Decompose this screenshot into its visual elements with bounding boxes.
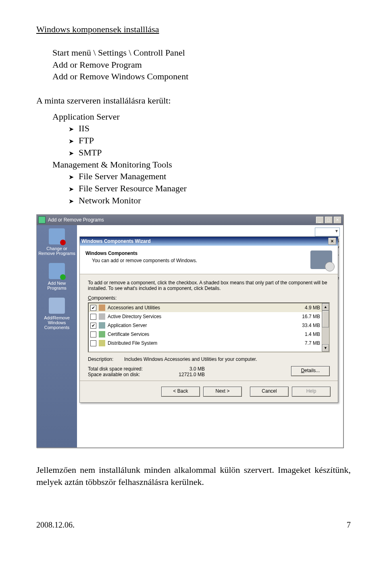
- component-name: Certificate Services: [108, 331, 149, 337]
- component-name: Distributed File System: [108, 340, 157, 346]
- item-fsm: File Server Management: [69, 170, 351, 182]
- component-icon: [99, 313, 105, 320]
- checkbox[interactable]: [90, 314, 96, 320]
- close-button[interactable]: ×: [333, 216, 341, 224]
- component-row[interactable]: Certificate Services 1.4 MB: [89, 330, 322, 339]
- checkbox[interactable]: [90, 331, 96, 337]
- item-mgmt-tools: Management & Monitoring Tools: [52, 159, 172, 170]
- arp-content: 26MB arely , 14. nove Windows Components…: [77, 225, 343, 447]
- page-title: Windows komponensek installlása: [36, 24, 351, 35]
- checkbox[interactable]: [90, 305, 96, 311]
- sidebar-add-label: Add New Programs: [38, 281, 75, 290]
- footer-date: 2008.12.06.: [36, 520, 75, 530]
- component-name: Active Directory Services: [108, 314, 161, 319]
- checkbox[interactable]: [90, 323, 96, 329]
- box-add-icon: [49, 263, 65, 279]
- help-button[interactable]: Help: [292, 387, 331, 397]
- scroll-thumb[interactable]: [322, 311, 329, 327]
- wizard-titlebar: Windows Components Wizard ×: [80, 237, 338, 246]
- sort-by-dropdown[interactable]: [315, 228, 340, 236]
- menu-path-block: Start menü \ Settings \ Controll Panel A…: [52, 47, 351, 83]
- path-line-1: Start menü \ Settings \ Controll Panel: [52, 47, 351, 59]
- cancel-button[interactable]: Cancel: [250, 387, 289, 397]
- wizard-close-button[interactable]: ×: [328, 238, 336, 245]
- windows-components-icon: [49, 298, 65, 314]
- intro-line: A minta szerveren installálásra került:: [36, 95, 351, 107]
- arp-title-text: Add or Remove Programs: [48, 217, 104, 223]
- screenshot-add-remove-programs: Add or Remove Programs _ □ × Change or R…: [36, 214, 343, 448]
- sidebar-add-new[interactable]: Add New Programs: [38, 263, 75, 290]
- components-label: CComponents:omponents:: [88, 295, 330, 301]
- arp-sidebar: Change or Remove Programs Add New Progra…: [37, 225, 77, 447]
- back-button[interactable]: < Back: [161, 387, 200, 397]
- install-list: Application Server IIS FTP SMTP Manageme…: [52, 111, 351, 207]
- item-smtp: SMTP: [69, 147, 351, 159]
- maximize-button[interactable]: □: [325, 216, 333, 224]
- listbox-scrollbar[interactable]: ▲ ▼: [322, 303, 329, 352]
- scroll-down-button[interactable]: ▼: [322, 344, 329, 352]
- component-row[interactable]: Application Server 33.4 MB: [89, 321, 322, 330]
- windows-components-wizard: Windows Components Wizard × Windows Comp…: [79, 236, 338, 403]
- space-required-value: 3.0 MB: [164, 366, 205, 372]
- wizard-body: To add or remove a component, click the …: [80, 274, 338, 381]
- wizard-heading: Windows Components: [85, 251, 197, 256]
- description-label: Description:: [88, 356, 124, 362]
- minimize-button[interactable]: _: [316, 216, 324, 224]
- component-name: Application Server: [108, 323, 147, 328]
- checkbox[interactable]: [90, 340, 96, 346]
- space-required-label: Total disk space required:: [88, 366, 164, 372]
- component-size: 33.4 MB: [302, 323, 320, 328]
- path-line-2: Add or Remove Program: [52, 59, 351, 71]
- arp-titlebar: Add or Remove Programs _ □ ×: [37, 215, 343, 225]
- item-fsrm: File Server Resource Manager: [69, 182, 351, 195]
- closing-paragraph: Jellemzően nem installálunk minden alkal…: [36, 464, 351, 488]
- box-remove-icon: [49, 228, 65, 244]
- component-icon: [99, 331, 105, 337]
- page-footer: 2008.12.06. 7: [36, 520, 351, 530]
- component-size: 4.9 MB: [305, 305, 320, 311]
- component-size: 7.7 MB: [305, 340, 320, 346]
- footer-page-number: 7: [347, 520, 351, 530]
- sidebar-win-label: Add/Remove Windows Components: [38, 315, 75, 330]
- component-icon: [99, 322, 105, 329]
- details-button[interactable]: DDetails...etails...: [291, 366, 330, 376]
- item-iis: IIS: [69, 122, 351, 135]
- component-row[interactable]: Active Directory Services 16.7 MB: [89, 312, 322, 321]
- wizard-header-icon: [310, 251, 332, 269]
- wizard-instructions: To add or remove a component, click the …: [88, 280, 330, 291]
- component-row[interactable]: Distributed File System 7.7 MB: [89, 339, 322, 348]
- component-size: 16.7 MB: [302, 314, 320, 319]
- space-available-label: Space available on disk:: [88, 372, 164, 377]
- item-app-server: Application Server: [52, 112, 120, 122]
- description-value: Includes Windows Accessories and Utiliti…: [124, 356, 257, 362]
- sidebar-change-label: Change or Remove Programs: [38, 246, 75, 256]
- component-icon: [99, 340, 105, 346]
- space-available-value: 12721.0 MB: [164, 372, 205, 377]
- item-netmon: Network Monitor: [69, 195, 351, 207]
- scroll-up-button[interactable]: ▲: [322, 303, 329, 311]
- item-ftp: FTP: [69, 135, 351, 147]
- wizard-footer: < Back Next > Cancel Help: [80, 381, 338, 402]
- component-row[interactable]: Accessories and Utilities 4.9 MB: [89, 303, 322, 312]
- path-line-3: Add or Remove Windows Component: [52, 70, 351, 83]
- next-button[interactable]: Next >: [203, 387, 242, 397]
- arp-title-icon: [38, 216, 46, 224]
- wizard-subheading: You can add or remove components of Wind…: [92, 258, 197, 263]
- component-size: 1.4 MB: [305, 331, 320, 337]
- component-name: Accessories and Utilities: [108, 305, 160, 311]
- component-icon: [99, 304, 105, 311]
- wizard-title-text: Windows Components Wizard: [81, 238, 151, 244]
- sidebar-change-remove[interactable]: Change or Remove Programs: [38, 228, 75, 256]
- sidebar-windows-components[interactable]: Add/Remove Windows Components: [38, 298, 75, 330]
- components-listbox[interactable]: Accessories and Utilities 4.9 MB Active …: [88, 302, 330, 352]
- wizard-header: Windows Components You can add or remove…: [80, 246, 338, 274]
